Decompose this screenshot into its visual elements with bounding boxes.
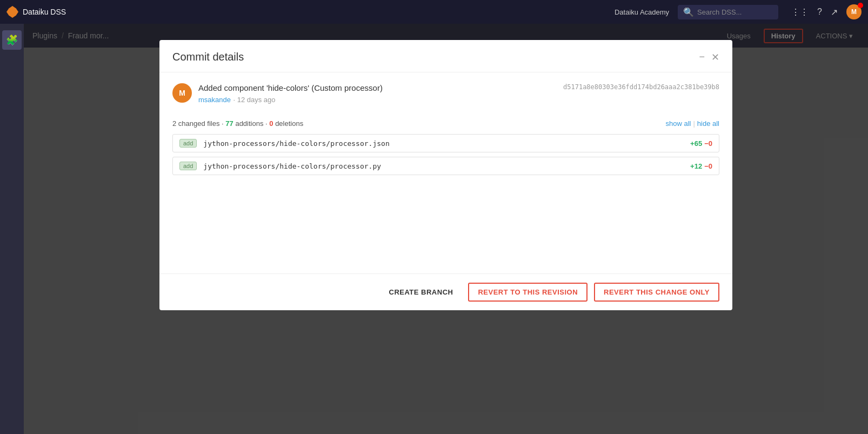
hide-all-link[interactable]: hide all — [697, 119, 719, 128]
changed-label: changed files · — [178, 119, 225, 128]
files-summary: 2 changed files · 77 additions · 0 delet… — [172, 115, 719, 134]
file-row: add jython-processors/hide-colors/proces… — [172, 157, 719, 175]
navbar: Dataiku DSS Dataiku Academy 🔍 ⋮⋮ ? ↗ M — [0, 0, 868, 24]
file-badge-1: add — [179, 139, 197, 148]
revert-to-revision-button[interactable]: REVERT TO THIS REVISION — [468, 283, 587, 302]
commit-time: · — [233, 96, 237, 104]
create-branch-button[interactable]: CREATE BRANCH — [380, 284, 462, 301]
modal-footer: CREATE BRANCH REVERT TO THIS REVISION RE… — [159, 273, 732, 310]
minimize-icon[interactable]: − — [699, 51, 705, 63]
file-stats-1: +65 −0 — [690, 139, 712, 148]
brand: Dataiku DSS — [6, 6, 66, 18]
commit-message: Added component 'hide-colors' (Custom pr… — [198, 83, 383, 92]
files-section: 2 changed files · 77 additions · 0 delet… — [159, 115, 732, 273]
additions-count: 77 — [225, 119, 233, 128]
file-name-2: jython-processors/hide-colors/processor.… — [203, 162, 690, 170]
commit-info: M Added component 'hide-colors' (Custom … — [159, 72, 732, 115]
file-name-1: jython-processors/hide-colors/processor.… — [203, 139, 690, 148]
sidebar: 🧩 — [0, 24, 24, 434]
pipe-separator: | — [693, 119, 695, 128]
notification-badge — [858, 3, 863, 8]
commit-author[interactable]: msakande — [198, 96, 231, 104]
commit-time-ago: 12 days ago — [237, 96, 276, 104]
changed-count: 2 — [172, 119, 176, 128]
avatar[interactable]: M — [846, 4, 862, 19]
files-links: show all | hide all — [665, 119, 719, 128]
modal-controls: − ✕ — [699, 51, 719, 63]
additions-label: additions · — [235, 119, 269, 128]
search-bar[interactable]: 🔍 — [678, 5, 778, 19]
main-content: Plugins / Fraud mor... Usages History AC… — [24, 24, 868, 434]
sidebar-item-plugins[interactable]: 🧩 — [2, 30, 22, 50]
commit-meta: msakande · 12 days ago — [198, 95, 383, 104]
show-all-link[interactable]: show all — [665, 119, 691, 128]
modal-overlay: Commit details − ✕ M Added component 'hi… — [24, 24, 868, 434]
grid-icon[interactable]: ⋮⋮ — [791, 7, 809, 17]
commit-hash: d5171a8e80303e36fdd174bd26aaa2c381be39b8 — [563, 83, 719, 91]
file-stats-2: +12 −0 — [690, 162, 712, 170]
app-name: Dataiku DSS — [23, 8, 66, 16]
commit-left: M Added component 'hide-colors' (Custom … — [172, 83, 383, 104]
search-icon: 🔍 — [683, 7, 694, 17]
file-deletions-1: −0 — [704, 139, 712, 148]
modal-header: Commit details − ✕ — [159, 40, 732, 72]
commit-avatar: M — [172, 83, 192, 103]
modal-title: Commit details — [172, 51, 244, 63]
file-row: add jython-processors/hide-colors/proces… — [172, 134, 719, 152]
trending-icon[interactable]: ↗ — [831, 7, 838, 17]
file-deletions-2: −0 — [704, 162, 712, 170]
files-summary-text: 2 changed files · 77 additions · 0 delet… — [172, 119, 303, 128]
deletions-count: 0 — [269, 119, 273, 128]
dataiku-logo-icon — [6, 6, 18, 18]
file-additions-1: +65 — [690, 139, 702, 148]
deletions-label: deletions — [275, 119, 303, 128]
commit-details-modal: Commit details − ✕ M Added component 'hi… — [159, 40, 732, 310]
close-icon[interactable]: ✕ — [711, 51, 719, 63]
file-additions-2: +12 — [690, 162, 702, 170]
file-badge-2: add — [179, 162, 197, 170]
puzzle-icon: 🧩 — [6, 34, 18, 46]
commit-text: Added component 'hide-colors' (Custom pr… — [198, 83, 383, 104]
academy-link[interactable]: Dataiku Academy — [615, 8, 669, 16]
search-input[interactable] — [697, 8, 773, 16]
revert-change-only-button[interactable]: REVERT THIS CHANGE ONLY — [594, 283, 719, 302]
help-icon[interactable]: ? — [817, 7, 822, 17]
